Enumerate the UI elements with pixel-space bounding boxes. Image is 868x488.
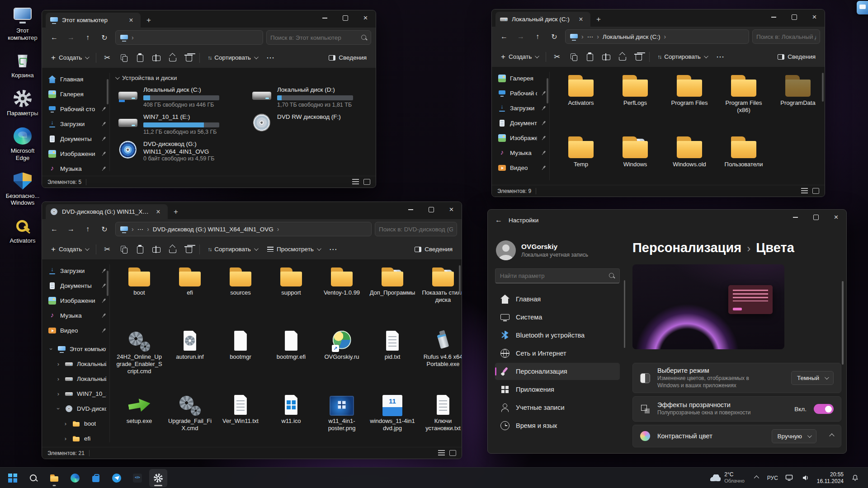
hidden-icons-button[interactable] [751,470,761,486]
new-button[interactable]: Создать [496,49,542,64]
details-pane-button[interactable]: Сведения [324,50,371,65]
collapse-chevron-icon[interactable] [829,434,834,439]
settings-nav-item[interactable]: Время и язык [495,417,620,434]
sidebar-item[interactable]: Галерея [46,87,109,102]
up-button[interactable] [80,222,95,236]
up-button[interactable] [530,29,545,44]
tree-item[interactable]: Локальный ди [46,371,109,386]
sidebar-item[interactable]: Загрузки [46,117,109,131]
file-tile[interactable]: Program Files [664,72,715,131]
share-button[interactable] [165,242,180,257]
explorer-tab[interactable]: Этот компьютер [46,13,141,28]
file-tile[interactable]: support [267,264,315,327]
settings-nav-item[interactable]: Система [495,309,620,326]
address-bar[interactable]: ⋯ DVD-дисковод (G:) WIN11_X64_4IN1_OVG [115,222,372,236]
file-tile[interactable]: windows_11-4in1 dvd.jpg [368,393,416,447]
delete-button[interactable] [181,50,196,65]
address-bar[interactable]: ⋯ Локальный диск (C:) [565,29,749,44]
pinned-app-icon[interactable] [128,469,146,487]
sidebar-item[interactable]: Галерея [495,71,549,86]
minimize-button[interactable] [401,202,421,217]
share-button[interactable] [614,49,630,64]
search-input[interactable] [270,34,359,41]
close-button[interactable] [441,202,462,217]
new-tab-button[interactable] [592,13,605,26]
file-tile[interactable]: Program Files (x86) [718,72,769,131]
settings-nav-item[interactable]: Сеть и Интернет [495,345,620,362]
tree-item[interactable]: Локальный ди [46,357,109,371]
sidebar-item[interactable]: Музыка [46,308,109,323]
breadcrumb-parent[interactable]: Персонализация [632,240,741,255]
rename-button[interactable] [148,242,164,257]
settings-nav-item[interactable]: Персонализация [495,363,620,380]
breadcrumb-overflow[interactable]: ⋯ [587,33,594,40]
paste-button[interactable] [582,49,597,64]
file-tile[interactable]: Rufus v4.6 x64 Portable.exe [419,328,462,391]
file-tile[interactable]: OVGorskiy.ru [318,328,366,391]
scrollbar[interactable] [842,281,844,365]
tree-item[interactable]: boot [46,416,109,431]
transparency-row[interactable]: Эффекты прозрачности Полупрозрачные окна… [632,396,841,422]
desktop-icon[interactable]: Microsoft Edge [3,126,42,163]
file-tile[interactable]: Ключи установки.txt [419,393,462,447]
weather-widget[interactable]: 2°C Облачно [710,472,745,483]
tree-item[interactable]: WIN7_10_11 (E [46,386,109,401]
search-input[interactable] [756,33,816,40]
explorer-tab[interactable]: DVD-дисковод (G:) WIN11_X64_4IN1_OVG [46,204,168,219]
language-indicator[interactable]: РУС [767,470,778,486]
back-button[interactable] [496,29,512,44]
new-tab-button[interactable] [142,14,155,27]
settings-search-input[interactable] [500,272,605,279]
drive-item[interactable]: WIN7_10_11 (E:) 11,2 ГБ свободно из 56,3… [117,113,246,135]
settings-nav-item[interactable]: Учетные записи [495,399,620,416]
paste-button[interactable] [132,242,147,257]
status-list-view-icon[interactable] [801,188,808,194]
settings-search-box[interactable] [495,268,620,283]
file-tile[interactable]: boot [115,264,163,327]
group-header[interactable]: Устройства и диски [115,71,370,84]
status-list-view-icon[interactable] [352,179,359,185]
tree-item[interactable]: Этот компьютер [46,342,109,357]
file-tile[interactable]: Windows [609,133,661,185]
cut-button[interactable] [99,50,115,65]
up-button[interactable] [80,30,95,45]
tab-close-button[interactable] [153,207,163,217]
file-tile[interactable]: Показать стиль диска [419,264,462,327]
mail-app-icon[interactable] [108,469,126,487]
tree-chevron-icon[interactable] [56,375,61,382]
sidebar-item[interactable]: Видео [46,323,109,338]
store-icon[interactable] [87,469,105,487]
tree-chevron-icon[interactable] [63,435,68,442]
file-tile[interactable]: 24H2_Online_Upgrade_Enabler_Script.cmd [115,328,163,391]
new-button[interactable]: Создать [47,50,93,65]
file-tile[interactable]: Activators [555,72,607,131]
details-pane-button[interactable]: Сведения [410,242,457,257]
tree-chevron-icon[interactable] [63,420,68,427]
minimize-button[interactable] [315,10,335,26]
address-bar[interactable] [115,30,263,45]
choose-mode-row[interactable]: Выберите режим Изменение цветов, отображ… [632,363,841,393]
more-options-button[interactable] [712,49,728,64]
status-list-view-icon[interactable] [438,450,445,456]
sidebar-item[interactable]: Рабочий сто [46,102,109,117]
settings-nav-item[interactable]: Приложения [495,381,620,398]
start-button[interactable] [4,469,22,487]
file-tile[interactable]: sources [217,264,264,327]
desktop-icon[interactable]: Этот компьютер [3,5,42,43]
cut-button[interactable] [99,242,115,257]
file-tile[interactable]: Доп_Программы [368,264,416,327]
sort-button[interactable]: Сортировать [653,49,712,64]
drive-item[interactable]: DVD-дисковод (G:) WIN11_X64_4IN1_OVG 0 б… [117,141,246,161]
tree-item[interactable]: efi [46,431,109,446]
tree-chevron-icon[interactable] [56,405,61,412]
sidebar-item[interactable]: Видео [495,160,549,175]
file-explorer-icon[interactable] [45,469,63,487]
status-grid-view-icon[interactable] [812,188,819,194]
forward-button[interactable] [513,29,528,44]
minimize-button[interactable] [764,9,784,25]
file-tile[interactable]: w11.ico [267,393,315,447]
tree-chevron-icon[interactable] [48,346,54,352]
sidebar-item[interactable]: Документы [46,131,109,146]
sidebar-item[interactable]: Рабочий сто [495,86,549,101]
drive-item[interactable]: Локальный диск (C:) 408 ГБ свободно из 4… [117,86,246,108]
